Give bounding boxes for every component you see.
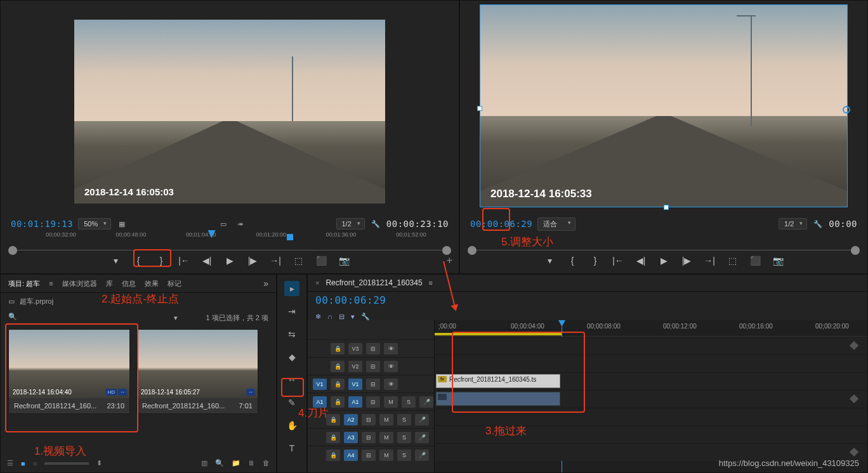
mute-icon[interactable]: M [379,432,393,443]
anchor-handle[interactable] [843,106,850,113]
resize-handle-s[interactable] [664,205,669,210]
source-res-dropdown[interactable]: 1/2 [336,218,365,230]
type-tool[interactable]: T [284,441,299,456]
source-patch[interactable]: A1 [313,396,327,408]
track-area[interactable]: ;00:00 00;00:04:00 00;00:08:00 00;00:12:… [435,320,867,472]
track-header-v2[interactable]: V2 ⊟ 👁 [308,357,434,375]
lock-icon[interactable] [331,396,345,408]
slip-tool[interactable]: ↔ [284,372,299,387]
tab-effects[interactable]: 效果 [145,279,159,288]
sequence-name[interactable]: Recfront_20181214_160345 [326,278,422,287]
extract-button[interactable]: ⬛ [749,254,761,267]
track-v2[interactable] [435,354,867,372]
track-a1[interactable] [435,390,867,408]
work-area-bar[interactable] [435,333,562,335]
source-ruler[interactable]: 00;00:32:00 00;00:48:00 00;01:04:00 00;0… [1,231,459,250]
resize-handle-w[interactable] [477,106,482,111]
project-filename[interactable]: 超车.prproj [20,297,53,306]
lock-icon[interactable] [331,343,345,354]
track-header-v3[interactable]: V3 ⊟ 👁 [308,339,434,357]
program-ruler[interactable] [460,231,867,250]
track-v1[interactable]: fx Recfront_20181214_160345.ts [435,372,867,390]
tab-menu-icon[interactable]: ≡ [49,280,53,287]
new-bin-icon[interactable]: 📁 [232,459,240,467]
freeform-view-icon[interactable]: ○ [33,460,37,467]
lock-icon[interactable] [326,450,340,461]
program-res-dropdown[interactable]: 1/2 [779,218,807,230]
overwrite-button[interactable]: ⬛ [315,254,327,267]
toggle-output-icon[interactable]: ⊟ [362,432,376,443]
source-timecode-left[interactable]: 00:01:19:13 [11,219,73,229]
icon-view-icon[interactable]: ■ [21,460,25,467]
mute-icon[interactable]: M [384,396,398,408]
close-sequence-icon[interactable]: × [315,279,319,287]
out-point-marker[interactable] [287,234,293,240]
clip-card-2[interactable]: 2018-12-14 16:05:27 ↔ Recfront_20181214_… [136,329,258,414]
track-header-a3[interactable]: A3 ⊟ M S 🎤 [308,428,434,446]
hand-tool[interactable]: ✋ [284,418,299,433]
overflow-icon[interactable]: » [263,278,268,288]
toggle-output-icon[interactable]: ⊟ [366,361,380,372]
mark-out-button[interactable]: } [589,254,602,267]
settings-icon[interactable]: 🔧 [370,220,381,228]
play-button[interactable]: ▶ [223,254,236,267]
pen-tool[interactable]: ✎ [284,395,299,410]
program-fit-dropdown[interactable]: 适合 [537,217,575,231]
track-label[interactable]: A4 [344,450,358,461]
export-frame-button[interactable]: 📷 [772,254,784,267]
mark-out-button[interactable]: } [155,254,168,267]
clip-card-1[interactable]: 2018-12-14 16:04:40 HD↔ Recfront_2018121… [8,329,130,414]
step-back-button[interactable]: ◀| [201,254,213,267]
drag-video-icon[interactable]: ▭ [218,220,229,228]
voiceover-icon[interactable]: 🎤 [419,396,433,408]
tab-info[interactable]: 信息 [122,279,136,288]
go-to-out-button[interactable]: →| [269,254,282,267]
track-select-tool[interactable]: ⇥ [284,304,299,319]
program-timecode-left[interactable]: 00:00:06:29 [470,219,532,229]
voiceover-icon[interactable]: 🎤 [415,450,429,461]
razor-tool[interactable]: ◆ [284,349,299,365]
add-marker-button[interactable]: ▾ [543,254,556,267]
lift-button[interactable]: ⬚ [726,254,739,267]
sort-icon[interactable]: ⬍ [96,459,102,467]
mark-in-button[interactable]: { [566,254,579,267]
toggle-output-icon[interactable]: ⊟ [362,414,376,425]
trash-icon[interactable]: 🗑 [263,459,270,467]
track-a3[interactable] [435,425,867,443]
timeline-timecode[interactable]: 00:00:06:29 [315,294,386,306]
track-label[interactable]: A1 [348,396,362,408]
ripple-edit-tool[interactable]: ⇆ [284,327,299,342]
audio-clip[interactable] [436,392,560,406]
toggle-output-icon[interactable]: ⊟ [366,396,380,408]
eye-icon[interactable]: 👁 [384,343,398,354]
tab-markers[interactable]: 标记 [168,279,181,288]
eye-icon[interactable]: 👁 [384,379,398,390]
toggle-output-icon[interactable]: ⊟ [366,379,380,390]
voiceover-icon[interactable]: 🎤 [415,432,429,443]
go-to-out-button[interactable]: →| [703,254,716,267]
lock-icon[interactable] [331,361,345,372]
keyframe-icon[interactable] [850,341,858,350]
lock-icon[interactable] [331,379,345,390]
lock-icon[interactable] [326,414,340,425]
mute-icon[interactable]: M [379,414,393,425]
find-icon[interactable]: 🔍 [215,459,224,467]
tab-libraries[interactable]: 库 [106,279,113,288]
toggle-output-icon[interactable]: ⊟ [366,343,380,354]
source-patch[interactable]: V1 [313,379,327,390]
keyframe-icon[interactable] [850,394,858,403]
toggle-output-icon[interactable]: ⊟ [362,450,376,461]
program-video[interactable]: 2018-12-14 16:05:33 [480,4,848,207]
track-header-v1[interactable]: V1 V1 ⊟ 👁 [308,375,434,392]
solo-icon[interactable]: S [397,450,411,461]
play-button[interactable]: ▶ [657,254,670,267]
new-item-icon[interactable]: 🗎 [248,459,255,467]
insert-button[interactable]: ⬚ [292,254,305,267]
add-marker-button[interactable]: ▾ [109,254,122,267]
track-header-a2[interactable]: A2 ⊟ M S 🎤 [308,410,434,428]
step-fwd-button[interactable]: |▶ [246,254,259,267]
step-fwd-button[interactable]: |▶ [680,254,693,267]
go-to-in-button[interactable]: |← [612,254,624,267]
solo-icon[interactable]: S [397,432,411,443]
mute-icon[interactable]: M [379,450,393,461]
